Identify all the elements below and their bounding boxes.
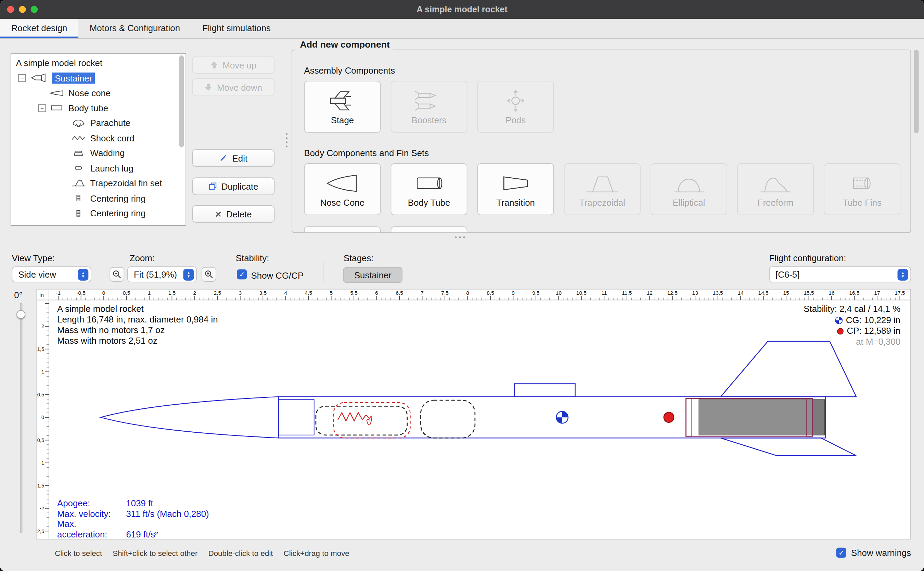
stage-icon [321,89,363,112]
add-trapezoidal-button: Trapezoidal [564,163,641,215]
card-label: Tube Fins [842,197,882,207]
tab-rocket-design[interactable]: Rocket design [0,19,79,39]
svg-text:5,5: 5,5 [350,290,357,296]
fin-upper[interactable] [721,341,856,397]
max-velocity-value: 311 ft/s (Mach 0,280) [126,508,209,518]
edit-button[interactable]: Edit [192,149,274,167]
chevron-up-down-icon[interactable]: ▲▼ [898,269,908,280]
rocket-name: A simple model rocket [57,304,218,314]
svg-text:4,5: 4,5 [305,290,312,296]
show-cgcp-checkbox[interactable]: ✓ [237,269,247,279]
zoom-in-button[interactable] [202,267,216,282]
cp-icon [837,327,844,335]
tree-item-centering-ring[interactable]: −Centering ring [11,206,186,221]
stage-toggle-sustainer[interactable]: Sustainer [343,267,403,283]
tree-expander-icon[interactable]: − [18,74,26,82]
panel-scrollbar[interactable] [914,49,919,134]
apogee-value: 1039 ft [126,498,153,508]
svg-text:0,5: 0,5 [37,392,44,397]
tree-item[interactable]: − [11,221,186,226]
rotation-slider-knob[interactable] [17,310,25,319]
svg-text:-2,5: -2,5 [37,529,44,534]
tree-item-shock-cord[interactable]: −Shock cord [11,130,186,145]
zoom-button[interactable] [31,6,38,13]
transition-icon [494,171,537,195]
max-acceleration-label: Max. acceleration: [57,519,126,539]
shock-cord-outline[interactable] [334,403,410,438]
tree-item-parachute[interactable]: −Parachute [11,116,186,131]
card-label: Transition [496,197,534,207]
nose-cone-outline[interactable] [101,397,279,438]
tree-item-label: Launch lug [90,163,133,173]
chevron-up-down-icon[interactable]: ▲▼ [78,269,88,280]
svg-text:11,5: 11,5 [622,290,632,296]
wadding-icon [70,148,86,158]
add-nose-cone-button[interactable]: Nose Cone [304,163,381,215]
svg-text:16,5: 16,5 [849,290,859,296]
chevron-up-down-icon[interactable]: ▲▼ [183,269,194,280]
minimize-button[interactable] [19,6,26,13]
tree-item-label: Trapezoidal fin set [90,178,162,188]
rocket-drawing[interactable] [101,341,856,456]
tab-motors-configuration[interactable]: Motors & Configuration [79,19,191,39]
tree-item-nose-cone[interactable]: −Nose cone [11,86,186,101]
vertical-splitter-grip[interactable] [286,133,288,147]
svg-text:14,5: 14,5 [758,290,768,296]
tree-item-trapezoidal-fin-set[interactable]: −Trapezoidal fin set [11,176,186,191]
hint-click-to-select: Click to select [55,549,102,558]
section-label-body-components-and-fin-sets: Body Components and Fin Sets [304,148,429,158]
close-button[interactable] [7,6,14,13]
trapezoidal-icon [581,171,624,195]
add-pods-button: Pods [477,81,554,133]
component-tree[interactable]: A simple model rocket−Sustainer−Nose con… [11,53,186,226]
add-elliptical-button: Elliptical [651,163,727,215]
cg-icon [835,316,843,324]
launch-lug-outline[interactable] [514,384,575,397]
move-down-button: Move down [192,79,274,96]
add-boosters-button: Boosters [391,81,468,133]
rotation-slider-track [20,303,23,533]
delete-label: Delete [226,209,252,219]
motor[interactable] [699,400,824,435]
horizontal-splitter-grip[interactable] [455,236,465,238]
magnifier-minus-icon [112,270,122,279]
copy-icon [208,182,217,190]
tree-expander-icon[interactable]: − [38,104,46,112]
rotation-value: 0° [14,290,23,300]
tree-item-wadding[interactable]: −Wadding [11,145,186,160]
show-cgcp-label[interactable]: Show CG/CP [251,270,304,280]
tree-item-launch-lug[interactable]: −Launch lug [11,160,186,176]
flight-config-select[interactable]: [C6-5] ▲▼ [769,266,911,282]
tree-item-a-simple-model-rocket[interactable]: A simple model rocket [11,56,186,71]
add-transition-button[interactable]: Transition [477,163,554,215]
svg-text:in: in [39,292,44,298]
add-tube-fins-button: Tube Fins [824,163,900,215]
delete-button[interactable]: Delete [192,205,274,223]
svg-text:2,5: 2,5 [214,290,222,296]
arrow-up-icon [210,60,218,69]
tab-flight-simulations[interactable]: Flight simulations [191,19,282,39]
pencil-icon [219,154,228,162]
rocket-icon [28,73,49,83]
zoom-select[interactable]: Fit (51,9%) ▲▼ [127,266,197,282]
view-type-value: Side view [18,269,56,279]
tree-item-body-tube[interactable]: −Body tube [11,101,186,116]
tree-item-label: A simple model rocket [16,58,102,68]
view-type-select[interactable]: Side view ▲▼ [12,266,91,282]
parachute-outline[interactable] [316,406,407,435]
parachute-icon [70,119,86,128]
card-row: Nose ConeBody TubeTransitionTrapezoidalE… [304,163,901,215]
tree-scrollbar[interactable] [179,56,184,148]
add-stage-button[interactable]: Stage [304,81,381,133]
tree-item-sustainer[interactable]: −Sustainer [11,71,186,86]
wadding-outline[interactable] [420,400,475,438]
zoom-out-button[interactable] [109,267,124,282]
section-label-assembly-components: Assembly Components [304,65,395,75]
show-warnings-checkbox[interactable]: ✓ [836,548,846,558]
tree-item-centering-ring[interactable]: −Centering ring [11,191,186,206]
add-body-tube-button[interactable]: Body Tube [391,163,468,215]
finset-icon [70,178,86,188]
duplicate-button[interactable]: Duplicate [192,177,274,195]
rocket-view-canvas[interactable]: in-1-0,500,511,522,533,544,555,566,577,5… [37,289,911,540]
fin-lower[interactable] [721,438,856,456]
